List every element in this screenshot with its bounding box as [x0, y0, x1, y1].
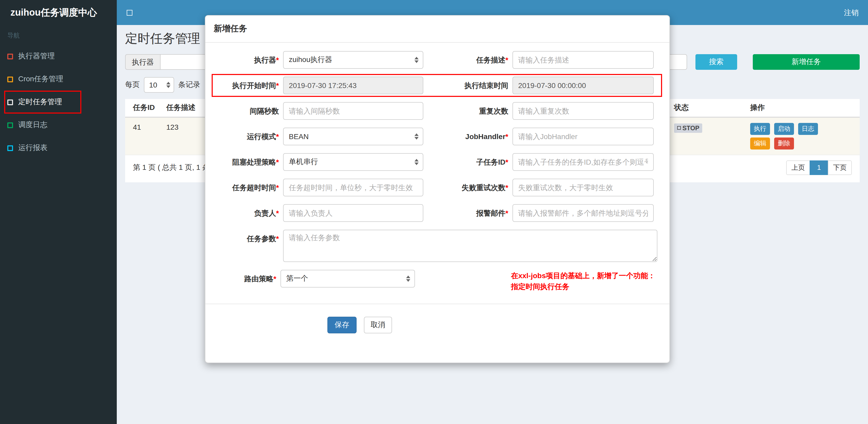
required-star: *	[505, 158, 508, 166]
status-badge: STOP	[674, 123, 703, 133]
logout-link[interactable]: 注销	[835, 0, 868, 25]
start-time-input[interactable]	[283, 76, 423, 94]
square-outline-icon	[7, 122, 13, 128]
required-star: *	[276, 56, 279, 64]
edit-button[interactable]: 编辑	[750, 137, 770, 150]
required-star: *	[505, 56, 508, 64]
start-button[interactable]: 启动	[774, 123, 794, 135]
search-button[interactable]: 搜索	[695, 54, 737, 70]
chevron-up-down-icon	[414, 159, 418, 165]
executor-select-value: zuihou执行器	[289, 55, 332, 65]
form-row-6: 任务超时时间* 失败重试次数*	[214, 179, 661, 196]
page-size-value: 10	[149, 81, 157, 89]
page-number-button[interactable]: 1	[810, 160, 828, 175]
app-root: zuihou任务调度中心 注销 导航 执行器管理 Cron任务管理 定时任务管理…	[0, 0, 868, 424]
block-strategy-label: 阻塞处理策略*	[214, 153, 283, 171]
end-time-label: 执行结束时间	[423, 76, 513, 94]
fail-retry-label: 失败重试次数*	[423, 179, 513, 196]
sidebar-item-run-report[interactable]: 运行报表	[0, 136, 117, 159]
sidebar-item-label: 调度日志	[18, 120, 48, 130]
sidebar-item-scheduled-task-management[interactable]: 定时任务管理	[0, 91, 117, 113]
log-button[interactable]: 日志	[798, 123, 818, 135]
prev-page-button[interactable]: 上页	[786, 160, 810, 175]
fail-retry-input[interactable]	[513, 179, 654, 196]
delete-button[interactable]: 删除	[774, 137, 794, 150]
route-strategy-label: 路由策略*	[214, 270, 280, 288]
start-time-label: 执行开始时间*	[214, 76, 283, 94]
chevron-up-down-icon	[406, 275, 410, 282]
alarm-email-input[interactable]	[513, 204, 654, 222]
brand-title: zuihou任务调度中心	[0, 0, 117, 25]
column-header-task-id: 任务ID	[133, 103, 166, 112]
form-row-4: 运行模式* BEAN JobHandler*	[214, 128, 661, 145]
required-star: *	[276, 209, 279, 217]
block-strategy-select[interactable]: 单机串行	[283, 153, 423, 171]
required-star: *	[276, 81, 279, 90]
job-handler-input[interactable]	[513, 128, 654, 145]
job-params-label: 任务参数*	[214, 230, 283, 248]
owner-label: 负责人*	[214, 204, 283, 222]
form-row-params: 任务参数*	[214, 230, 661, 262]
action-line-2: 编辑 删除	[750, 137, 852, 150]
run-mode-select[interactable]: BEAN	[283, 128, 423, 145]
required-star: *	[273, 274, 276, 283]
sidebar-item-dispatch-log[interactable]: 调度日志	[0, 113, 117, 136]
owner-input[interactable]	[283, 204, 423, 222]
chevron-up-down-icon	[166, 82, 170, 88]
feature-note-line1: 在xxl-jobs项目的基础上，新增了一个功能：	[511, 270, 661, 281]
interval-label: 间隔秒数	[214, 102, 283, 120]
form-row-3: 间隔秒数 重复次数	[214, 102, 661, 120]
add-task-button[interactable]: 新增任务	[753, 54, 860, 70]
column-header-status: 状态	[674, 103, 750, 112]
job-desc-label: 任务描述*	[423, 51, 513, 69]
route-strategy-select[interactable]: 第一个	[280, 270, 415, 288]
feature-note: 在xxl-jobs项目的基础上，新增了一个功能： 指定时间执行任务	[511, 270, 661, 292]
square-outline-icon	[7, 99, 13, 105]
executor-filter-label: 执行器	[125, 54, 160, 70]
sidebar-toggle-button[interactable]	[117, 0, 142, 25]
page-size-suffix: 条记录	[178, 80, 200, 90]
job-desc-input[interactable]	[513, 51, 654, 69]
required-star: *	[276, 158, 279, 166]
square-outline-icon	[7, 145, 13, 151]
status-text: STOP	[682, 124, 699, 132]
required-star: *	[276, 183, 279, 192]
required-star: *	[276, 234, 279, 243]
chevron-up-down-icon	[414, 133, 418, 140]
executor-select[interactable]: zuihou执行器	[283, 51, 423, 69]
sidebar-item-label: 执行器管理	[18, 52, 55, 61]
child-job-id-input[interactable]	[513, 153, 654, 171]
route-strategy-select-value: 第一个	[286, 274, 308, 283]
chevron-up-down-icon	[414, 57, 418, 63]
executor-label: 执行器*	[214, 51, 283, 69]
job-handler-label: JobHandler*	[423, 128, 513, 145]
page-size-prefix: 每页	[125, 80, 140, 90]
save-button[interactable]: 保存	[328, 317, 356, 333]
timeout-input[interactable]	[283, 179, 423, 196]
sidebar: 导航 执行器管理 Cron任务管理 定时任务管理 调度日志 运行报表	[0, 25, 117, 424]
modal-body: 执行器* zuihou执行器 任务描述* 执行开始时间* 执行结束时间 间隔秒数	[206, 43, 670, 292]
end-time-input[interactable]	[513, 76, 654, 94]
square-toggle-icon	[126, 10, 132, 15]
page-size-select[interactable]: 10	[144, 77, 174, 93]
required-star: *	[505, 132, 508, 141]
interval-input[interactable]	[283, 102, 423, 120]
run-button[interactable]: 执行	[750, 123, 770, 135]
sidebar-item-executor-management[interactable]: 执行器管理	[0, 45, 117, 68]
repeat-count-label: 重复次数	[423, 102, 513, 120]
add-task-modal: 新增任务 执行器* zuihou执行器 任务描述* 执行开始时间* 执行结束时间	[205, 15, 670, 363]
pager: 上页 1 下页	[786, 160, 852, 175]
sidebar-item-cron-task-management[interactable]: Cron任务管理	[0, 68, 117, 91]
timeout-label: 任务超时时间*	[214, 179, 283, 196]
next-page-button[interactable]: 下页	[828, 160, 852, 175]
child-job-id-label: 子任务ID*	[423, 153, 513, 171]
cancel-button[interactable]: 取消	[364, 317, 392, 333]
sidebar-section-label: 导航	[0, 25, 117, 45]
form-row-7: 负责人* 报警邮件*	[214, 204, 661, 222]
job-params-textarea[interactable]	[283, 230, 657, 262]
form-row-time: 执行开始时间* 执行结束时间	[214, 76, 661, 94]
sidebar-item-label: 运行报表	[18, 143, 48, 153]
square-glyph-icon	[677, 126, 681, 130]
feature-note-line2: 指定时间执行任务	[511, 281, 661, 292]
repeat-count-input[interactable]	[513, 102, 654, 120]
